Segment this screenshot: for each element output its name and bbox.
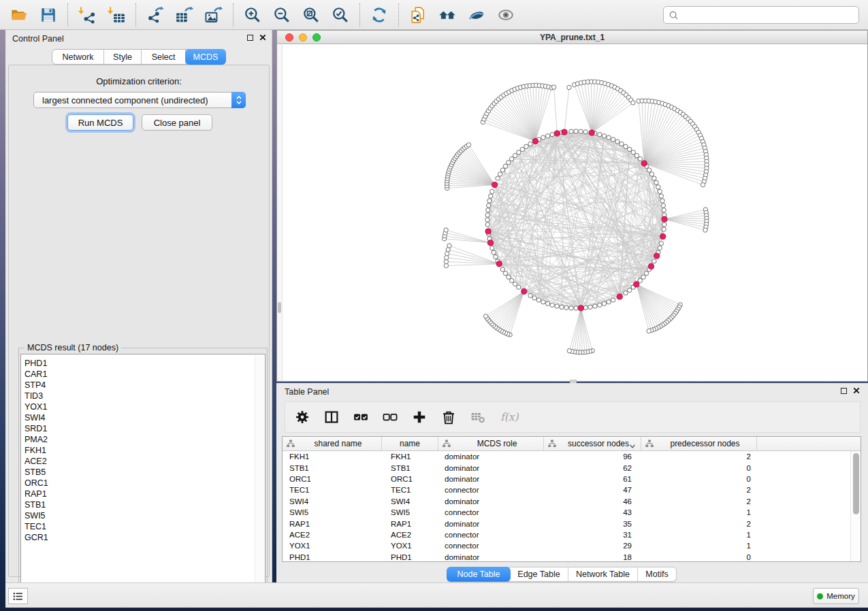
- table-panel: Table Panel f(x) shared namenameMCDS rol…: [276, 383, 868, 582]
- run-mcds-button[interactable]: Run MCDS: [67, 114, 133, 131]
- mcds-result-item[interactable]: ACE2: [21, 456, 265, 467]
- table-row[interactable]: PHD1PHD1dominator180: [283, 552, 861, 562]
- window-close-icon[interactable]: [285, 33, 293, 42]
- deselect-all-icon[interactable]: [383, 410, 398, 425]
- cell-successor_nodes: 35: [544, 520, 641, 528]
- float-table-panel-icon[interactable]: [841, 388, 847, 394]
- network-window-titlebar[interactable]: YPA_prune.txt_1: [277, 31, 867, 44]
- mcds-result-item[interactable]: ORC1: [21, 478, 265, 489]
- table-row[interactable]: ACE2ACE2connector311: [283, 529, 861, 540]
- mcds-result-item[interactable]: STB1: [21, 499, 265, 510]
- mcds-result-item[interactable]: STP4: [21, 380, 265, 391]
- zoom-selected-icon[interactable]: [332, 6, 349, 24]
- share-document-icon[interactable]: [409, 6, 427, 24]
- open-file-icon[interactable]: [10, 6, 28, 24]
- mcds-result-item[interactable]: SRD1: [21, 423, 265, 434]
- table-row[interactable]: SWI5SWI5connector431: [283, 507, 861, 518]
- refresh-layout-icon[interactable]: [370, 6, 388, 24]
- split-columns-icon[interactable]: [324, 410, 339, 425]
- mcds-result-item[interactable]: PHD1: [21, 358, 265, 369]
- close-panel-button[interactable]: Close panel: [142, 114, 212, 131]
- scrollbar-thumb[interactable]: [278, 302, 281, 313]
- select-all-icon[interactable]: [353, 410, 368, 425]
- mcds-tab-content: Optimization criterion: largest connecte…: [8, 65, 270, 577]
- mcds-result-item[interactable]: SWI4: [21, 412, 265, 423]
- gear-icon[interactable]: [295, 410, 310, 425]
- column-header-MCDS-role[interactable]: MCDS role: [438, 437, 544, 450]
- close-table-panel-icon[interactable]: [853, 387, 860, 394]
- window-minimize-icon[interactable]: [299, 33, 307, 42]
- tab-motifs[interactable]: Motifs: [638, 567, 676, 581]
- float-panel-icon[interactable]: [247, 35, 253, 41]
- column-header-shared-name[interactable]: shared name: [283, 437, 382, 450]
- mcds-result-item[interactable]: SWI5: [21, 510, 265, 521]
- network-canvas[interactable]: [277, 45, 867, 381]
- criterion-select-value: largest connected component (undirected): [34, 95, 231, 105]
- mcds-list-scrollbar[interactable]: [255, 355, 264, 597]
- zoom-out-icon[interactable]: [273, 6, 291, 24]
- column-header-name[interactable]: name: [382, 437, 438, 450]
- memory-button[interactable]: Memory: [813, 588, 859, 604]
- mcds-result-item[interactable]: TEC1: [21, 521, 265, 532]
- network-vertical-scrollbar[interactable]: [277, 45, 283, 381]
- cell-mcds_role: dominator: [438, 553, 544, 561]
- network-overview-icon[interactable]: [438, 6, 456, 24]
- table-row[interactable]: RAP1RAP1dominator352: [283, 518, 861, 529]
- tab-network[interactable]: Network: [52, 50, 104, 64]
- tab-style[interactable]: Style: [104, 50, 142, 64]
- table-row[interactable]: FKH1FKH1dominator962: [283, 451, 861, 462]
- tab-select[interactable]: Select: [142, 50, 186, 64]
- mcds-result-item[interactable]: YOX1: [21, 401, 265, 412]
- criterion-select[interactable]: largest connected component (undirected): [33, 92, 246, 108]
- mcds-result-list[interactable]: PHD1CAR1STP4TID3YOX1SWI4SRD1PMA2FKH1ACE2…: [20, 354, 266, 599]
- leaf-nodes[interactable]: [443, 80, 709, 354]
- mcds-result-item[interactable]: GCR1: [21, 532, 265, 543]
- scrollbar-thumb[interactable]: [853, 453, 859, 514]
- hide-details-icon[interactable]: [468, 6, 485, 24]
- cell-name: TEC1: [382, 486, 438, 494]
- mcds-result-item[interactable]: FKH1: [21, 445, 265, 456]
- toolbar-group: [0, 3, 67, 27]
- delete-column-icon[interactable]: [441, 410, 456, 425]
- select-stepper-icon: [231, 92, 246, 108]
- export-table-icon[interactable]: [176, 6, 193, 24]
- column-header-predecessor-nodes[interactable]: predecessor nodes: [641, 437, 757, 450]
- zoom-in-icon[interactable]: [244, 6, 261, 24]
- cell-name: ACE2: [382, 531, 438, 539]
- mcds-result-item[interactable]: PMA2: [21, 434, 265, 445]
- tab-node-table[interactable]: Node Table: [447, 567, 511, 582]
- tab-edge-table[interactable]: Edge Table: [510, 567, 568, 581]
- table-row[interactable]: YOX1YOX1connector291: [283, 540, 861, 551]
- close-panel-icon[interactable]: [259, 34, 266, 41]
- window-maximize-icon[interactable]: [312, 33, 321, 42]
- cell-predecessor_nodes: 2: [641, 520, 757, 528]
- cell-predecessor_nodes: 2: [641, 497, 757, 506]
- export-network-icon[interactable]: [146, 6, 164, 24]
- table-row[interactable]: SWI4SWI4dominator462: [283, 496, 861, 507]
- table-row[interactable]: STB1STB1dominator620: [283, 462, 861, 473]
- save-session-icon[interactable]: [39, 6, 57, 24]
- mcds-result-item[interactable]: STB5: [21, 467, 265, 478]
- table-vertical-scrollbar[interactable]: [850, 451, 861, 561]
- tab-network-table[interactable]: Network Table: [568, 567, 638, 581]
- task-history-button[interactable]: [8, 588, 28, 604]
- tab-mcds[interactable]: MCDS: [185, 49, 226, 65]
- zoom-fit-icon[interactable]: [302, 6, 320, 24]
- sort-caret-icon[interactable]: [629, 442, 636, 447]
- column-header-successor-nodes[interactable]: successor nodes: [544, 437, 641, 450]
- export-image-icon[interactable]: [205, 6, 223, 24]
- import-network-icon[interactable]: [78, 6, 96, 24]
- table-row[interactable]: TEC1TEC1connector472: [283, 484, 861, 495]
- search-input[interactable]: [681, 8, 858, 22]
- network-graph[interactable]: [283, 45, 868, 382]
- mcds-result-item[interactable]: CAR1: [21, 369, 265, 380]
- search-box[interactable]: [663, 6, 859, 24]
- import-table-icon[interactable]: [108, 6, 125, 24]
- table-row[interactable]: ORC1ORC1dominator610: [283, 474, 861, 484]
- column-label: shared name: [295, 439, 381, 448]
- cell-mcds_role: dominator: [438, 520, 544, 528]
- tree-icon: [548, 440, 556, 448]
- mcds-result-item[interactable]: RAP1: [21, 489, 265, 499]
- add-column-icon[interactable]: [412, 410, 427, 425]
- mcds-result-item[interactable]: TID3: [21, 391, 265, 401]
